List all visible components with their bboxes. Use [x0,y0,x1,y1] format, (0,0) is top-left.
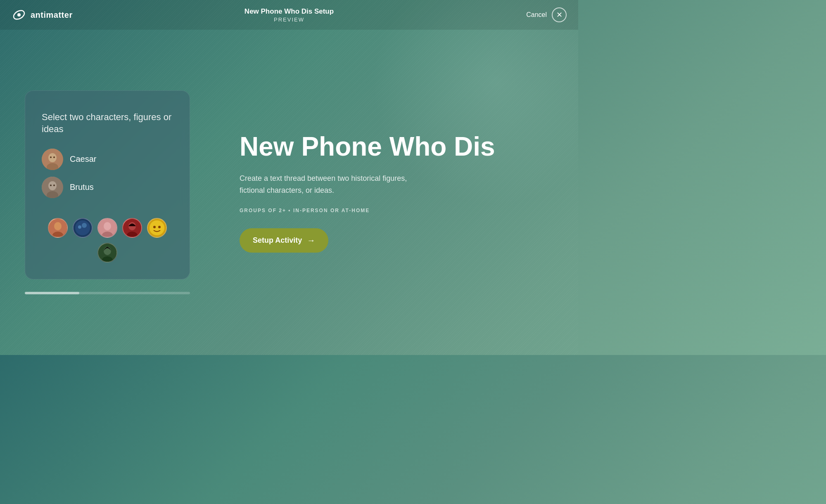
header-actions: Cancel ✕ [526,7,567,22]
avatar-option-4[interactable] [122,218,142,238]
svg-point-13 [54,222,62,230]
activity-description: Create a text thread between two histori… [240,173,430,196]
svg-point-6 [53,156,55,158]
avatar-option-1[interactable] [48,218,68,238]
avatar-brutus [42,177,63,198]
phone-preview-card: Select two characters, figures or ideas [25,90,190,279]
svg-point-5 [50,156,52,158]
avatar-caesar [42,149,63,170]
cancel-button[interactable]: Cancel [526,11,547,19]
activity-title: New Phone Who Dis [240,132,545,161]
svg-point-16 [75,220,90,235]
svg-point-3 [48,153,57,162]
avatar-option-5[interactable] [147,218,167,238]
avatar-row [42,218,173,263]
svg-point-17 [78,225,81,229]
logo-text: antimatter [31,10,73,20]
character-name-caesar: Caesar [70,154,96,164]
header-title: New Phone Who Dis Setup [244,7,334,16]
progress-bar-track [25,292,190,294]
progress-container [25,292,190,294]
header-center: New Phone Who Dis Setup PREVIEW [244,7,334,22]
svg-point-20 [104,222,111,230]
character-item-caesar[interactable]: Caesar [42,149,173,170]
header-subtitle: PREVIEW [244,17,334,23]
svg-point-1 [17,13,21,17]
svg-point-10 [50,185,52,186]
left-panel: Select two characters, figures or ideas [0,30,215,355]
character-list: Caesar Brutus [42,149,173,198]
close-button[interactable]: ✕ [552,7,567,22]
card-instruction: Select two characters, figures or ideas [42,111,173,135]
logo-area: antimatter [12,7,73,22]
svg-point-26 [150,220,164,235]
progress-bar-fill [25,292,79,294]
right-panel: New Phone Who Dis Create a text thread b… [215,116,578,270]
svg-point-11 [53,185,55,186]
svg-point-28 [158,226,161,228]
avatar-option-2[interactable] [73,218,93,238]
activity-tags: GROUPS OF 2+ • IN-PERSON OR AT-HOME [240,208,545,213]
main-content: Select two characters, figures or ideas [0,30,578,355]
svg-point-8 [48,181,57,190]
setup-activity-button[interactable]: Setup Activity → [240,228,328,253]
logo-icon [12,7,26,22]
svg-point-27 [153,226,156,228]
header: antimatter New Phone Who Dis Setup PREVI… [0,0,578,30]
avatar-option-3[interactable] [97,218,117,238]
setup-button-label: Setup Activity [253,236,302,245]
character-item-brutus[interactable]: Brutus [42,177,173,198]
character-name-brutus: Brutus [70,182,94,192]
svg-point-18 [82,223,87,228]
setup-button-arrow-icon: → [307,236,315,245]
avatar-option-6[interactable] [97,243,117,263]
